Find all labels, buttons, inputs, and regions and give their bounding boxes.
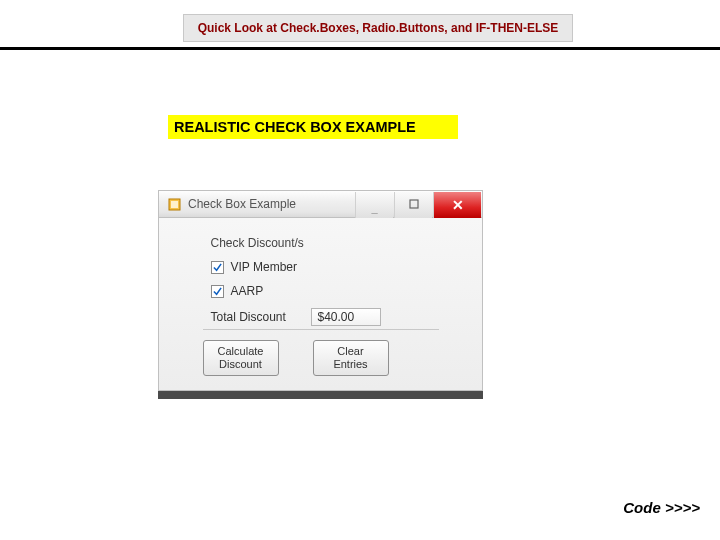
slide-header: Quick Look at Check.Boxes, Radio.Buttons… [183,14,573,42]
window-button-group: _ ✕ [355,191,482,217]
checkbox-row-aarp[interactable]: AARP [211,284,441,298]
section-label: Check Discount/s [211,236,441,250]
titlebar[interactable]: Check Box Example _ ✕ [158,190,483,218]
maximize-icon [409,199,419,211]
checkbox-row-vip[interactable]: VIP Member [211,260,441,274]
example-title-text: REALISTIC CHECK BOX EXAMPLE [174,119,416,135]
window-shadow [158,391,483,399]
slide-header-title: Quick Look at Check.Boxes, Radio.Buttons… [198,21,559,35]
svg-rect-1 [171,201,178,208]
maximize-button[interactable] [394,192,432,218]
form-panel: Check Discount/s VIP Member AARP Total D… [201,236,441,376]
close-icon: ✕ [452,197,464,213]
header-divider [0,47,720,50]
check-icon [213,263,222,272]
checkbox-vip[interactable] [211,261,224,274]
example-title-box: REALISTIC CHECK BOX EXAMPLE [168,115,458,139]
minimize-button[interactable]: _ [355,192,393,218]
app-icon [167,197,182,212]
minimize-icon: _ [371,202,377,214]
calculate-discount-button[interactable]: Calculate Discount [203,340,279,376]
check-icon [213,287,222,296]
code-link[interactable]: Code >>>> [623,499,700,516]
calculate-button-label: Calculate Discount [218,345,264,371]
clear-button-label: Clear Entries [333,345,367,371]
total-discount-row: Total Discount $40.00 [211,308,441,326]
clear-entries-button[interactable]: Clear Entries [313,340,389,376]
close-button[interactable]: ✕ [433,192,481,218]
checkbox-aarp[interactable] [211,285,224,298]
total-discount-label: Total Discount [211,310,306,324]
app-window: Check Box Example _ ✕ Check Discount/s V [158,190,483,399]
window-title: Check Box Example [188,197,296,211]
checkbox-vip-label: VIP Member [231,260,297,274]
button-row: Calculate Discount Clear Entries [203,340,441,376]
window-body: Check Discount/s VIP Member AARP Total D… [158,218,483,391]
checkbox-aarp-label: AARP [231,284,264,298]
total-discount-value: $40.00 [311,308,381,326]
svg-rect-2 [410,200,418,208]
form-divider [203,329,439,330]
